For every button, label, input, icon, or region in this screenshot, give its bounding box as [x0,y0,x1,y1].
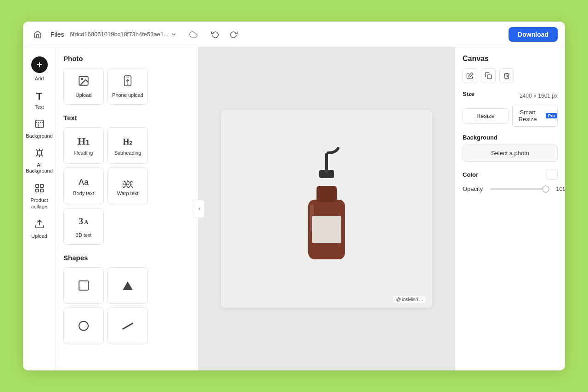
body-text-label: Body text [73,190,94,196]
left-panel: Photo Upload [56,47,198,370]
opacity-slider[interactable] [490,188,549,190]
3d-text-item[interactable]: 3 a 3D text [63,208,104,245]
line-shape-item[interactable] [107,308,148,344]
resize-row: Resize Smart Resize Pro [463,105,558,127]
circle-shape-item[interactable] [63,308,104,344]
svg-rect-22 [310,204,314,232]
text-section-title: Text [63,114,191,122]
right-panel: Canvas [455,47,565,370]
pro-badge: Pro [546,113,557,118]
svg-rect-2 [35,120,43,128]
3d-text-icon: 3 a [78,215,90,230]
home-button[interactable] [30,27,45,42]
circle-shape-icon [79,321,89,331]
cloud-button[interactable] [186,27,201,42]
svg-rect-5 [40,185,43,187]
photo-section: Photo Upload [63,55,191,105]
duplicate-action-button[interactable] [481,68,496,83]
product-image [281,145,373,273]
svg-point-10 [81,78,83,80]
opacity-label: Opacity [463,185,486,192]
phone-upload-label: Phone upload [112,92,143,98]
canvas-board[interactable]: @ insMind.... [221,110,432,308]
body-text-icon: Aa [79,176,89,188]
canvas-area: @ insMind.... [198,47,455,370]
background-section-title: Background [463,134,558,141]
color-label: Color [463,171,478,178]
canvas-actions-row [463,68,558,83]
select-photo-button[interactable]: Select a photo [463,145,558,162]
sidebar-item-product-collage[interactable]: Product collage [26,179,53,213]
triangle-shape-icon [123,281,133,290]
size-section: Size 2400 × 1601 px Resize Smart Resize … [463,90,558,127]
heading-icon: H₁ [78,135,90,147]
files-link[interactable]: Files [51,31,64,38]
svg-rect-20 [325,153,328,172]
line-shape-icon [122,325,134,327]
header: Files 6fdcd160051019bc18f73b4fe53ae1... … [23,22,565,47]
upload-icon [34,219,45,231]
sidebar-item-ai-background[interactable]: AI Background [26,144,53,178]
svg-rect-21 [312,216,341,243]
color-swatch[interactable] [547,169,558,180]
collapse-panel-button[interactable] [194,200,205,218]
svg-rect-4 [35,185,38,187]
shapes-section-title: Shapes [63,254,191,262]
right-panel-title: Canvas [463,55,558,63]
sidebar-text-label: Text [34,104,44,110]
text-items-grid: H₁ Heading H₂ Subheading Aa [63,127,191,245]
watermark: @ insMind.... [393,296,426,303]
sidebar-item-add[interactable]: Add [26,53,53,85]
subheading-icon: H₂ [123,135,132,147]
resize-button[interactable]: Resize [463,108,509,123]
redo-button[interactable] [226,27,241,42]
sidebar: Add T Text Background [23,47,56,370]
sidebar-product-collage-label: Product collage [28,197,51,209]
size-value: 2400 × 1601 px [520,93,558,99]
text-section: Text H₁ Heading H₂ Subheading [63,114,191,245]
left-panel-wrapper: Photo Upload [56,47,198,370]
triangle-shape-item[interactable] [107,267,148,304]
undo-button[interactable] [208,27,223,42]
product-collage-icon [34,183,45,196]
subheading-label: Subheading [114,150,141,156]
sidebar-upload-label: Upload [31,233,47,239]
heading-label: Heading [74,150,93,156]
sidebar-item-text[interactable]: T Text [26,87,53,113]
warp-text-icon: abc [123,176,133,188]
download-button[interactable]: Download [509,27,558,42]
upload-photo-label: Upload [76,92,92,98]
upload-photo-item[interactable]: Upload [63,68,104,105]
background-section: Background Select a photo [463,134,558,162]
upload-photo-icon [78,75,90,90]
sidebar-item-upload[interactable]: Upload [26,215,53,242]
heading-item[interactable]: H₁ Heading [63,127,104,164]
paint-action-button[interactable] [463,68,477,83]
smart-resize-button[interactable]: Smart Resize Pro [512,105,558,127]
sidebar-item-background[interactable]: Background [26,115,53,142]
background-icon [34,119,45,131]
photo-items-grid: Upload [63,68,191,105]
svg-rect-24 [487,75,492,79]
size-label: Size [463,90,475,97]
photo-section-title: Photo [63,55,191,62]
filename-breadcrumb[interactable]: 6fdcd160051019bc18f73b4fe53ae1... [70,31,177,38]
subheading-item[interactable]: H₂ Subheading [107,127,148,164]
warp-text-item[interactable]: abc Warp text [107,168,148,204]
opacity-value: 100 [553,185,565,192]
phone-upload-item[interactable]: Phone upload [107,68,148,105]
text-icon: T [36,90,42,102]
svg-text:3: 3 [79,217,83,226]
sidebar-add-label: Add [35,76,44,81]
add-icon [31,56,48,73]
svg-rect-6 [35,189,38,192]
delete-action-button[interactable] [499,68,514,83]
color-row: Color [463,169,558,180]
warp-text-label: Warp text [117,190,139,196]
svg-rect-18 [317,186,337,202]
sidebar-ai-background-label: AI Background [26,162,53,174]
square-shape-item[interactable] [63,267,104,304]
color-section: Color Opacity 100 [463,169,558,192]
svg-rect-3 [37,151,41,155]
body-text-item[interactable]: Aa Body text [63,168,104,204]
